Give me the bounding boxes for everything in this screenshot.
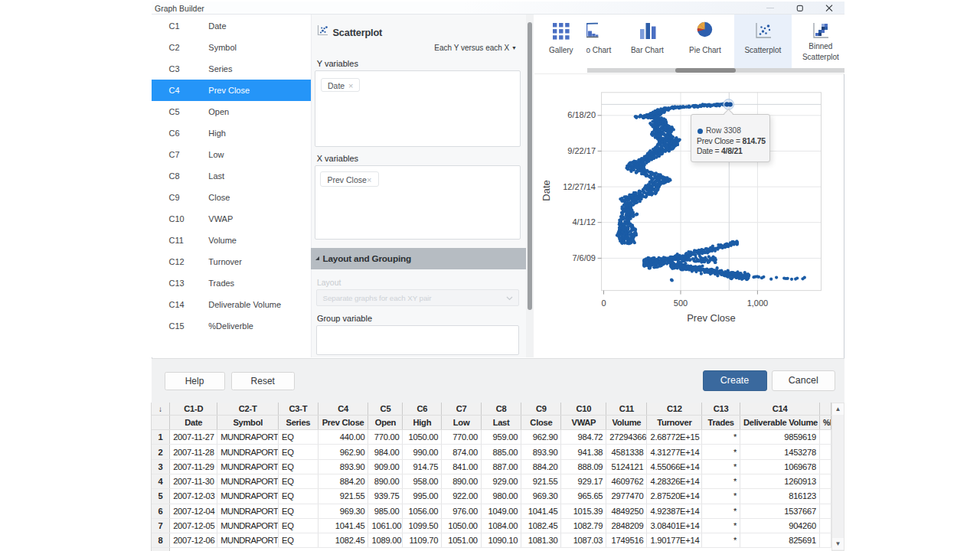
svg-text:7/6/09: 7/6/09 [572, 253, 596, 262]
svg-text:1,000: 1,000 [747, 298, 769, 308]
svg-text:Date: Date [541, 180, 552, 201]
svg-text:Prev Close: Prev Close [687, 312, 736, 324]
svg-text:0: 0 [601, 298, 606, 308]
svg-text:500: 500 [674, 298, 688, 308]
svg-text:6/18/20: 6/18/20 [567, 110, 596, 119]
svg-text:12/27/14: 12/27/14 [563, 182, 596, 191]
svg-text:9/22/17: 9/22/17 [567, 146, 596, 155]
svg-text:4/1/12: 4/1/12 [572, 217, 596, 227]
